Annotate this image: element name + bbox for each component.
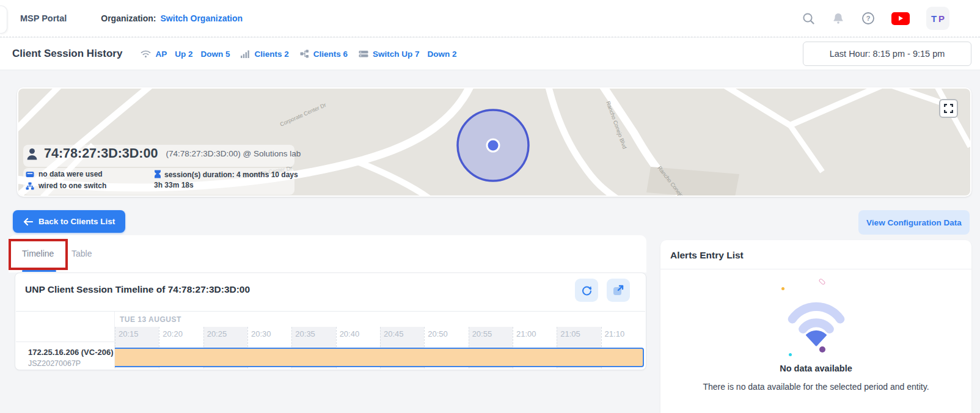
- timeline-tick-label: 20:55: [472, 329, 492, 338]
- timeline-tick-label: 21:10: [605, 329, 625, 338]
- wifi-empty-icon: [783, 294, 850, 346]
- stat-wireless-clients-value[interactable]: Clients 2: [254, 49, 288, 59]
- avatar-initial: P: [938, 13, 945, 24]
- network-icon: [26, 182, 34, 190]
- decorative-dot: [781, 287, 784, 290]
- fact-wired-switch-text: wired to one switch: [38, 181, 106, 190]
- top-bar: MSP Portal Organization: Switch Organiza…: [0, 0, 980, 37]
- empty-state-message: There is no data available for the selec…: [660, 382, 971, 392]
- open-in-new-icon-button[interactable]: [607, 279, 630, 302]
- device-stats: AP Up 2 Down 5 Clients 2 Clients 6 Switc…: [141, 49, 456, 59]
- back-to-clients-button[interactable]: Back to Clients List: [13, 210, 125, 233]
- app-title: MSP Portal: [20, 13, 67, 23]
- wifi-icon: [141, 49, 151, 58]
- help-icon[interactable]: ?: [861, 12, 875, 25]
- timeline-title: UNP Client Session Timeline of 74:78:27:…: [25, 284, 250, 295]
- timeline-tick-label: 21:05: [560, 329, 580, 338]
- active-tab-indicator: [22, 270, 56, 272]
- sidebar-collapse-handle[interactable]: [0, 5, 7, 34]
- decorative-dot: [819, 346, 825, 353]
- session-bar[interactable]: [115, 348, 644, 367]
- decorative-dot: [789, 353, 792, 356]
- topology-icon: [300, 49, 309, 59]
- session-tabs: Timeline Table: [9, 235, 646, 272]
- timeline-device-column: 172.25.16.206 (VC-206) JSZ20270067P: [16, 312, 115, 368]
- stat-ap: AP Up 2 Down 5: [141, 49, 230, 59]
- stat-switch: Switch Up 7 Down 2: [359, 49, 457, 59]
- search-icon[interactable]: [802, 12, 815, 25]
- timeline-chart: 172.25.16.206 (VC-206) JSZ20270067P TUE …: [16, 311, 645, 368]
- empty-state-illustration: [737, 275, 896, 360]
- client-location-marker: [458, 110, 528, 181]
- client-info-header: 74:78:27:3D:3D:00 (74:78:27:3D:3D:00) @ …: [26, 146, 301, 161]
- timeline-grid: TUE 13 AUGUST 20:1520:2020:2520:3020:352…: [115, 312, 645, 368]
- signal-bars-icon: [241, 50, 250, 58]
- timeline-tick-label: 20:15: [119, 329, 139, 338]
- topbar-actions: ? T P: [802, 7, 949, 30]
- open-in-new-icon: [612, 284, 624, 296]
- client-detail: (74:78:27:3D:3D:00) @ Solutions lab: [166, 149, 301, 158]
- device-ip-name: 172.25.16.206 (VC-206): [28, 348, 114, 357]
- refresh-button[interactable]: [575, 279, 598, 302]
- fullscreen-icon: [944, 104, 953, 113]
- timeline-device-column-header: [16, 312, 114, 342]
- device-serial: JSZ20270067P: [28, 359, 114, 368]
- stat-wireless-clients: Clients 2: [241, 49, 288, 59]
- svg-text:?: ?: [866, 15, 871, 22]
- stat-switch-down[interactable]: Down 2: [428, 49, 457, 59]
- avatar-initial: T: [931, 13, 937, 24]
- timeline-tick-label: 20:35: [295, 329, 315, 338]
- map-fullscreen-button[interactable]: [939, 99, 958, 118]
- stat-wired-clients-value[interactable]: Clients 6: [313, 49, 348, 59]
- organization-label: Organization:: [101, 13, 156, 23]
- tab-table[interactable]: Table: [71, 249, 92, 258]
- client-facts: no data were used wired to one switch: [26, 170, 106, 190]
- location-map[interactable]: Corporate Center Dr Corporate Center Dr …: [17, 87, 971, 197]
- timeline-tick-label: 20:40: [340, 329, 360, 338]
- hourglass-icon: [154, 170, 161, 178]
- timeline-tick-label: 20:30: [251, 329, 271, 338]
- page-header: Client Session History AP Up 2 Down 5 Cl…: [0, 38, 980, 70]
- timeline-date-header: TUE 13 AUGUST: [120, 315, 181, 324]
- stat-switch-up[interactable]: Switch Up 7: [373, 49, 420, 59]
- fact-data-usage: no data were used: [26, 170, 106, 178]
- timeline-row-header: 172.25.16.206 (VC-206) JSZ20270067P: [16, 342, 114, 368]
- fact-session-duration: session(s) duration: 4 months 10 days 3h…: [154, 170, 299, 191]
- arrow-left-icon: [23, 217, 33, 226]
- refresh-icon: [581, 285, 593, 296]
- notifications-bell-icon[interactable]: [832, 12, 845, 25]
- data-usage-icon: [26, 170, 34, 178]
- switch-icon: [359, 50, 368, 58]
- avatar[interactable]: T P: [926, 7, 949, 30]
- person-icon: [26, 147, 38, 160]
- time-range-selector[interactable]: Last Hour: 8:15 pm - 9:15 pm: [803, 42, 971, 66]
- youtube-icon[interactable]: [891, 12, 910, 25]
- alerts-panel: Alerts Entry List No data available Ther…: [660, 240, 971, 413]
- timeline-tick-label: 21:00: [516, 329, 536, 338]
- timeline-tick-label: 20:20: [163, 329, 183, 338]
- alerts-panel-title: Alerts Entry List: [660, 240, 971, 269]
- empty-state-title: No data available: [660, 364, 971, 373]
- decorative-squiggle: [818, 278, 825, 285]
- stat-ap-label[interactable]: AP: [155, 49, 167, 59]
- timeline-tick-label: 20:45: [384, 329, 404, 338]
- client-mac-address: 74:78:27:3D:3D:00: [44, 146, 158, 161]
- timeline-tick-label: 20:25: [207, 329, 227, 338]
- view-configuration-button[interactable]: View Configuration Data: [858, 210, 970, 235]
- back-button-label: Back to Clients List: [38, 217, 115, 226]
- organization-link[interactable]: Switch Organization: [161, 13, 243, 23]
- stat-ap-up[interactable]: Up 2: [175, 49, 192, 59]
- timeline-panel: UNP Client Session Timeline of 74:78:27:…: [15, 272, 646, 370]
- stat-wired-clients: Clients 6: [300, 49, 348, 59]
- fact-data-usage-text: no data were used: [38, 170, 103, 178]
- tab-timeline[interactable]: Timeline: [22, 249, 54, 258]
- fact-session-duration-text: session(s) duration: 4 months 10 days 3h…: [154, 170, 298, 189]
- stat-ap-down[interactable]: Down 5: [200, 49, 230, 59]
- street-label: Corporate Center Dr: [279, 102, 327, 128]
- page-title: Client Session History: [12, 48, 122, 60]
- timeline-tick-label: 20:50: [428, 329, 448, 338]
- fact-wired-switch: wired to one switch: [26, 181, 106, 190]
